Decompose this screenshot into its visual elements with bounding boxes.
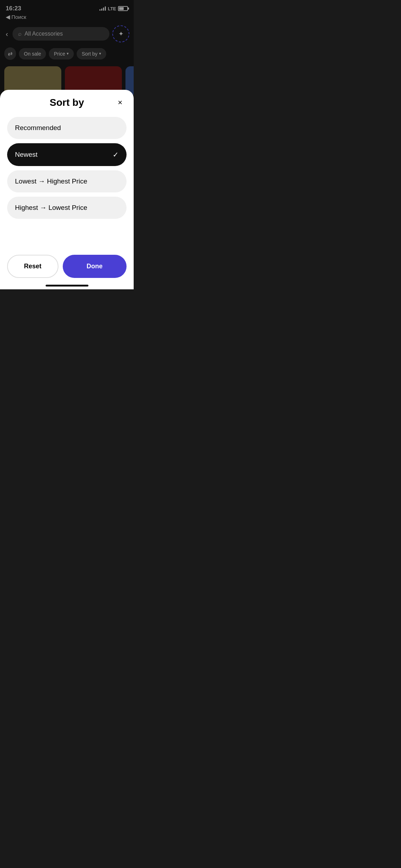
sort-options-list: Recommended Newest ✓ Lowest → Highest Pr… xyxy=(7,117,127,219)
sort-bottom-sheet: Sort by × Recommended Newest ✓ Lowest → … xyxy=(0,90,134,289)
close-icon: × xyxy=(118,98,123,107)
sort-option-newest[interactable]: Newest ✓ xyxy=(7,143,127,166)
sort-option-label: Lowest → Highest Price xyxy=(15,177,87,185)
sort-option-highest-lowest[interactable]: Highest → Lowest Price xyxy=(7,197,127,219)
sheet-header: Sort by × xyxy=(7,97,127,108)
sort-option-label: Highest → Lowest Price xyxy=(15,204,87,212)
close-sheet-button[interactable]: × xyxy=(114,96,127,109)
selected-checkmark-icon: ✓ xyxy=(113,150,119,159)
sheet-title: Sort by xyxy=(50,97,84,108)
reset-button[interactable]: Reset xyxy=(7,255,58,278)
bottom-actions: Reset Done xyxy=(7,249,127,289)
sort-option-label: Recommended xyxy=(15,124,61,132)
done-button[interactable]: Done xyxy=(63,255,127,278)
sort-option-label: Newest xyxy=(15,151,37,159)
home-indicator xyxy=(46,285,88,286)
sort-option-recommended[interactable]: Recommended xyxy=(7,117,127,139)
sort-option-lowest-highest[interactable]: Lowest → Highest Price xyxy=(7,170,127,192)
